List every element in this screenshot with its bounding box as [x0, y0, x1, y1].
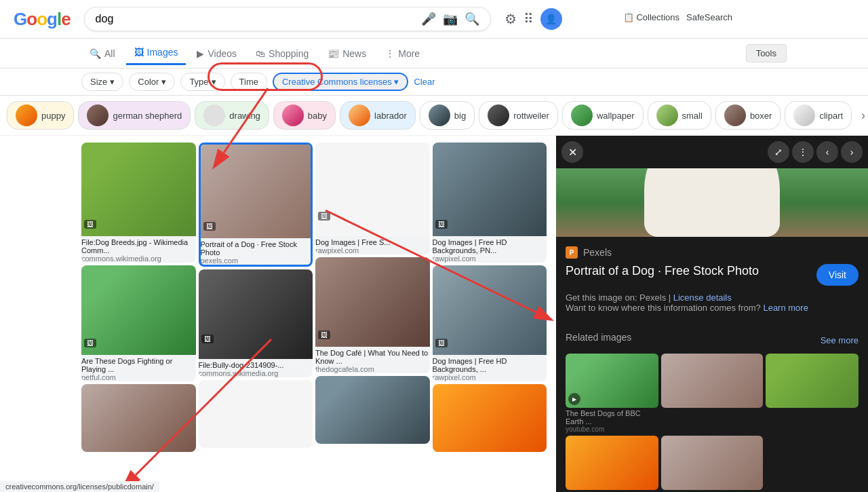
- search-icon[interactable]: 🔍: [465, 12, 479, 26]
- tab-videos[interactable]: ▶ Videos: [189, 43, 245, 64]
- related-section: Related images See more ▶ The Best Dogs …: [556, 322, 868, 492]
- image-title-6: The Dog Café | What You Need to Know ...: [315, 349, 430, 365]
- image-title-3: Portrait of a Dog · Free Stock Photo: [201, 240, 311, 257]
- panel-prev-icon[interactable]: ‹: [816, 141, 838, 163]
- related-thumb-4[interactable]: [566, 436, 658, 490]
- image-card-fighting[interactable]: 🖼 Are These Dogs Fighting or Playing ...…: [81, 265, 196, 381]
- tab-all[interactable]: 🔍 All: [81, 43, 123, 64]
- chip-big[interactable]: big: [420, 101, 475, 130]
- videos-icon: ▶: [197, 48, 204, 59]
- chip-rottweiler[interactable]: rottweiler: [479, 101, 558, 130]
- chip-puppy[interactable]: puppy: [7, 101, 74, 130]
- news-icon: 📰: [328, 48, 339, 59]
- chip-german-shepherd[interactable]: german shepherd: [78, 101, 191, 130]
- image-card-portrait[interactable]: 🖼 Portrait of a Dog · Free Stock Photo p…: [199, 143, 313, 267]
- chevron-down-icon-4: ▾: [394, 77, 399, 87]
- image-title-8: Dog Images | Free HD Backgrounds, ...: [433, 357, 547, 373]
- image-card-drawing[interactable]: 🖼 Dog Images | Free S... rawpixel.com: [315, 143, 430, 254]
- chip-small[interactable]: small: [648, 101, 711, 130]
- strip-next-icon[interactable]: ›: [856, 109, 868, 123]
- image-badge-5: 🖼: [318, 212, 330, 221]
- chip-baby[interactable]: baby: [273, 101, 336, 130]
- chip-drawing[interactable]: drawing: [195, 101, 269, 130]
- google-logo: Google: [14, 9, 71, 30]
- chip-wallpaper[interactable]: wallpaper: [562, 101, 644, 130]
- grid-apps-icon[interactable]: ⠿: [524, 11, 534, 27]
- image-card-sleep[interactable]: [81, 384, 196, 452]
- user-avatar[interactable]: 👤: [540, 8, 562, 30]
- image-card-cafe[interactable]: 🖼 The Dog Café | What You Need to Know .…: [315, 257, 430, 373]
- chip-clipart[interactable]: clipart: [785, 101, 852, 130]
- see-more-link[interactable]: See more: [821, 335, 859, 345]
- panel-image: [556, 168, 868, 237]
- related-title: Related images: [566, 332, 631, 343]
- tab-more[interactable]: ⋮ More: [377, 43, 428, 64]
- gear-icon[interactable]: ⚙: [505, 11, 517, 27]
- related-item-3[interactable]: [766, 354, 859, 433]
- panel-expand-icon[interactable]: ⤢: [768, 141, 789, 163]
- collections-link[interactable]: 📋 Collections: [623, 12, 679, 22]
- panel-description: Get this image on: Pexels | License deta…: [566, 292, 859, 313]
- camera-icon[interactable]: 📷: [443, 12, 458, 26]
- license-details-link[interactable]: License details: [673, 292, 732, 303]
- tab-shopping[interactable]: 🛍 Shopping: [248, 43, 317, 64]
- panel-dog-photo: [556, 168, 868, 237]
- panel-next-icon[interactable]: ›: [841, 141, 863, 163]
- chip-labrador[interactable]: labrador: [340, 101, 416, 130]
- learn-more-link[interactable]: Learn more: [763, 303, 808, 313]
- tab-images[interactable]: 🖼 Images: [126, 41, 186, 65]
- clear-filter[interactable]: Clear: [414, 77, 435, 87]
- color-filter[interactable]: Color ▾: [129, 73, 175, 91]
- chip-boxer[interactable]: boxer: [715, 101, 781, 130]
- image-card-chart[interactable]: [199, 380, 313, 448]
- chevron-down-icon-3: ▾: [212, 77, 216, 87]
- size-filter[interactable]: Size ▾: [81, 73, 123, 91]
- image-card-golden[interactable]: 🖼 File:Dog Breeds.jpg - Wikimedia Comm..…: [81, 143, 196, 263]
- image-title-5: Dog Images | Free S...: [315, 238, 430, 246]
- related-thumb-5[interactable]: [661, 436, 763, 490]
- images-col-2: 🖼 Portrait of a Dog · Free Stock Photo p…: [199, 143, 313, 492]
- image-card-husky[interactable]: [315, 376, 430, 444]
- suggestion-strip: puppy german shepherd drawing baby labra…: [0, 96, 868, 136]
- related-item-2[interactable]: [661, 354, 763, 433]
- panel-visit-button[interactable]: Visit: [816, 264, 859, 286]
- related-item-4[interactable]: [566, 436, 658, 492]
- header: Google dog 🎤 📷 🔍 ⚙ ⠿ 👤 📋 Collections Saf…: [0, 0, 868, 39]
- image-badge-2: 🖼: [84, 339, 96, 347]
- image-badge-4: 🖼: [201, 335, 214, 343]
- image-card-gray[interactable]: 🖼 Dog Images | Free HD Backgrounds, ... …: [433, 265, 547, 381]
- time-filter[interactable]: Time: [231, 73, 267, 91]
- related-item-1[interactable]: ▶ The Best Dogs of BBC Earth ... youtube…: [566, 354, 658, 433]
- mic-icon[interactable]: 🎤: [421, 12, 436, 26]
- shopping-icon: 🛍: [256, 48, 265, 59]
- right-panel: ✕ ⤢ ⋮ ‹ › P Pe: [556, 136, 868, 492]
- image-badge-7: 🖼: [435, 220, 448, 229]
- related-grid: ▶ The Best Dogs of BBC Earth ... youtube…: [566, 354, 859, 492]
- image-source-6: thedogcafela.com: [315, 365, 430, 373]
- related-item-5[interactable]: dogs.puppy.white.dog.eyes.c...: [661, 436, 763, 492]
- images-grid: 🖼 File:Dog Breeds.jpg - Wikimedia Comm..…: [0, 136, 556, 492]
- related-thumb-1[interactable]: ▶: [566, 354, 658, 408]
- image-title-4: File:Bully-dog-2314909-...: [199, 361, 313, 369]
- search-input[interactable]: dog: [96, 13, 414, 25]
- chevron-down-icon: ▾: [110, 77, 115, 87]
- image-card-golden2[interactable]: [433, 384, 547, 452]
- chevron-down-icon-2: ▾: [161, 77, 166, 87]
- panel-close-button[interactable]: ✕: [561, 141, 583, 163]
- image-card-bully[interactable]: 🖼 File:Bully-dog-2314909-... commons.wik…: [199, 269, 313, 377]
- tab-news[interactable]: 📰 News: [319, 43, 374, 64]
- image-source-4: commons.wikimedia.org: [199, 369, 313, 377]
- nav-bar: 🔍 All 🖼 Images ▶ Videos 🛍 Shopping 📰 New…: [0, 39, 868, 69]
- image-source-7: rawpixel.com: [433, 254, 547, 263]
- type-filter[interactable]: Type ▾: [180, 73, 224, 91]
- pexels-icon: P: [566, 246, 578, 259]
- related-thumb-3[interactable]: [766, 354, 859, 408]
- related-label-1: The Best Dogs of BBC Earth ...: [566, 409, 658, 425]
- safesearch-link[interactable]: SafeSearch: [686, 12, 732, 22]
- all-icon: 🔍: [90, 48, 101, 59]
- related-thumb-2[interactable]: [661, 354, 763, 408]
- cc-license-filter[interactable]: Creative Commons licenses ▾: [273, 73, 408, 91]
- panel-more-icon[interactable]: ⋮: [792, 141, 814, 163]
- tools-button[interactable]: Tools: [746, 44, 787, 62]
- image-card-collie[interactable]: 🖼 Dog Images | Free HD Backgrounds, PN..…: [433, 143, 547, 263]
